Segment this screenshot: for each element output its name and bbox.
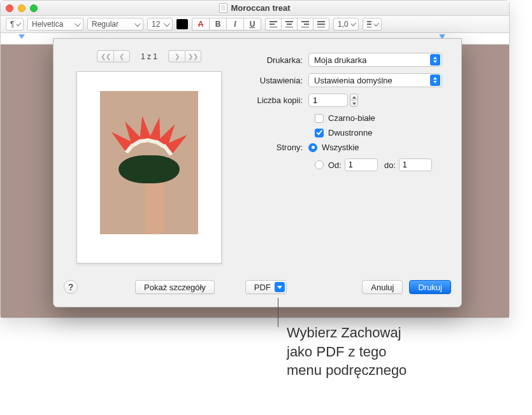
list-style-button[interactable] — [363, 18, 382, 31]
align-justify-button[interactable] — [313, 18, 329, 31]
presets-label: Ustawienia: — [248, 76, 308, 85]
copies-label: Liczba kopii: — [248, 95, 308, 105]
bold-button[interactable]: B — [209, 18, 226, 31]
pages-to-label: do: — [384, 160, 396, 170]
pages-to-input[interactable] — [399, 158, 432, 171]
page-indicator: 1 z 1 — [136, 52, 162, 61]
bw-checkbox[interactable] — [315, 114, 324, 123]
show-details-button[interactable]: Pokaż szczegóły — [135, 280, 215, 294]
bw-label: Czarno-białe — [328, 113, 375, 123]
font-size-select[interactable]: 12 — [147, 18, 173, 31]
paragraph-style-button[interactable]: ¶ — [6, 18, 24, 31]
print-button[interactable]: Drukuj — [409, 280, 451, 294]
strike-button[interactable]: A — [192, 18, 209, 31]
updown-icon — [430, 74, 440, 86]
twosided-label: Dwustronne — [328, 128, 372, 137]
copies-input[interactable] — [308, 94, 348, 107]
underline-button[interactable]: U — [243, 18, 261, 31]
print-dialog: ❮❮ ❮ 1 z 1 ❯ ❯❯ — [53, 38, 462, 307]
presets-select[interactable]: Ustawienia domyślne — [308, 73, 442, 87]
cancel-button[interactable]: Anuluj — [362, 280, 403, 294]
titlebar: Moroccan treat — [1, 1, 509, 16]
help-button[interactable]: ? — [64, 280, 78, 294]
chevron-down-icon — [134, 20, 141, 27]
chevron-down-icon — [17, 21, 21, 25]
align-center-button[interactable] — [281, 18, 297, 31]
document-icon — [219, 3, 227, 13]
chevron-down-icon — [75, 20, 81, 27]
twosided-checkbox[interactable] — [315, 129, 324, 137]
preview-column: ❮❮ ❮ 1 z 1 ❯ ❯❯ — [54, 39, 245, 275]
pager-back-group: ❮❮ ❮ — [97, 50, 130, 62]
align-group — [265, 18, 329, 31]
pages-label: Strony: — [248, 143, 308, 152]
text-style-group: A B I U — [192, 18, 261, 31]
pages-all-radio[interactable] — [308, 143, 317, 152]
pager-fwd-group: ❯ ❯❯ — [168, 50, 201, 62]
first-page-button[interactable]: ❮❮ — [97, 50, 113, 62]
window-title: Moroccan treat — [1, 3, 509, 13]
dialog-footer: ? Pokaż szczegóły PDF Anuluj Drukuj — [54, 275, 461, 307]
printer-label: Drukarka: — [248, 55, 308, 65]
pages-from-input[interactable] — [345, 158, 378, 171]
pages-range-radio[interactable] — [315, 160, 324, 169]
callout-text: Wybierz Zachowaj jako PDF z tego menu po… — [287, 323, 406, 380]
copies-stepper[interactable] — [350, 94, 358, 107]
italic-button[interactable]: I — [226, 18, 243, 31]
preview-photo — [100, 91, 198, 234]
page-preview — [76, 71, 222, 264]
prev-page-button[interactable]: ❮ — [113, 50, 130, 62]
text-color-swatch[interactable] — [176, 19, 188, 29]
align-left-button[interactable] — [265, 18, 281, 31]
last-page-button[interactable]: ❯❯ — [185, 50, 201, 62]
line-spacing-select[interactable]: 1,0 — [333, 18, 359, 31]
chevron-down-icon — [374, 20, 379, 25]
align-right-button[interactable] — [297, 18, 313, 31]
chevron-down-icon — [275, 282, 285, 292]
font-family-select[interactable]: Helvetica — [27, 18, 83, 31]
next-page-button[interactable]: ❯ — [168, 50, 185, 62]
font-weight-select[interactable]: Regular — [87, 18, 143, 31]
pages-all-label: Wszystkie — [322, 143, 359, 152]
chevron-down-icon — [164, 20, 170, 27]
print-options: Drukarka: Moja drukarka Ustawienia: Usta… — [245, 39, 461, 275]
printer-select[interactable]: Moja drukarka — [308, 53, 442, 67]
format-toolbar: ¶ Helvetica Regular 12 A B I U 1,0 — [1, 16, 509, 33]
callout-leader-line — [278, 298, 278, 327]
updown-icon — [430, 54, 440, 66]
chevron-down-icon — [350, 20, 356, 26]
page-navigator: ❮❮ ❮ 1 z 1 ❯ ❯❯ — [97, 50, 201, 62]
title-text: Moroccan treat — [231, 3, 290, 13]
pdf-menu-button[interactable]: PDF — [245, 280, 287, 294]
pages-from-label: Od: — [328, 160, 341, 170]
